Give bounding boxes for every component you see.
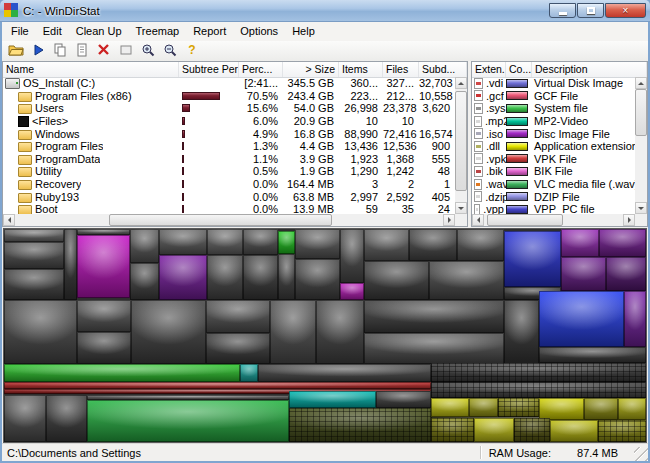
extension-row-sys[interactable]: .sysSystem file	[472, 102, 635, 115]
column-header-size[interactable]: > Size	[283, 62, 339, 77]
zoom-in-button[interactable]	[137, 42, 158, 60]
treemap-block[interactable]	[618, 398, 646, 420]
treemap-block[interactable]	[429, 261, 504, 300]
treemap-block[interactable]	[4, 269, 64, 300]
column-header-items[interactable]: Items	[339, 62, 383, 77]
treemap-block[interactable]	[243, 255, 278, 300]
treemap-block[interactable]	[243, 229, 278, 255]
directory-horizontal-scrollbar[interactable]	[3, 214, 455, 226]
treemap-block[interactable]	[514, 418, 550, 442]
scroll-down-arrow[interactable]	[455, 202, 467, 214]
scroll-left-arrow[interactable]	[3, 214, 15, 226]
extension-vertical-scrollbar[interactable]	[635, 77, 647, 214]
treemap-block[interactable]	[561, 229, 600, 257]
treemap-block[interactable]	[77, 235, 131, 298]
scroll-right-arrow[interactable]	[623, 214, 635, 226]
column-header-subd[interactable]: Subd...	[419, 62, 467, 77]
extension-row-vdi[interactable]: .vdiVirtual Disk Image	[472, 77, 635, 90]
treemap-block[interactable]	[4, 395, 46, 442]
extension-row-gcf[interactable]: .gcfGCF File	[472, 90, 635, 103]
treemap-block[interactable]	[561, 257, 606, 290]
column-header-subtree-perc[interactable]: Subtree Perc...	[179, 62, 239, 77]
column-header-description[interactable]: Description	[532, 62, 647, 77]
refresh-all-button[interactable]	[27, 42, 48, 60]
open-button[interactable]	[5, 42, 26, 60]
extension-row-vpk[interactable]: .vpkVPK File	[472, 153, 635, 166]
scroll-track[interactable]	[635, 89, 647, 202]
treemap-block[interactable]	[599, 229, 646, 257]
extension-row-dzip[interactable]: .dzipDZIP File	[472, 190, 635, 203]
column-header-co[interactable]: Co...	[506, 62, 532, 77]
menu-help[interactable]: Help	[285, 23, 322, 40]
treemap-block[interactable]	[77, 332, 132, 364]
treemap[interactable]	[3, 228, 647, 443]
menu-clean-up[interactable]: Clean Up	[69, 23, 129, 40]
tree-row-ruby193[interactable]: Ruby1930.0%63.8 MB2,9972,592405	[3, 190, 455, 203]
delete-button[interactable]	[93, 42, 114, 60]
scroll-left-arrow[interactable]	[472, 214, 484, 226]
treemap-block[interactable]	[295, 259, 341, 300]
extension-horizontal-scrollbar[interactable]	[472, 214, 635, 226]
treemap-block[interactable]	[289, 391, 376, 408]
treemap-block[interactable]	[539, 398, 585, 420]
treemap-block[interactable]	[77, 300, 132, 331]
tree-row-windows[interactable]: Windows4.9%16.8 GB88,99072,41616,574	[3, 127, 455, 140]
zoom-out-button[interactable]	[159, 42, 180, 60]
treemap-block[interactable]	[598, 420, 646, 442]
treemap-block[interactable]	[64, 229, 77, 300]
treemap-block[interactable]	[278, 231, 295, 254]
treemap-block[interactable]	[431, 382, 646, 398]
treemap-block[interactable]	[469, 398, 499, 417]
treemap-block[interactable]	[539, 291, 624, 348]
extension-row-mp2[interactable]: .mp2MP2-Video	[472, 115, 635, 128]
resize-grip[interactable]	[634, 447, 648, 461]
directory-vertical-scrollbar[interactable]	[455, 77, 467, 214]
treemap-block[interactable]	[295, 229, 341, 259]
treemap-block[interactable]	[431, 363, 646, 383]
scroll-down-arrow[interactable]	[635, 202, 647, 214]
treemap-block[interactable]	[457, 229, 505, 261]
treemap-block[interactable]	[539, 347, 646, 363]
column-header-perc[interactable]: Perc...	[239, 62, 283, 77]
treemap-block[interactable]	[258, 364, 431, 382]
treemap-block[interactable]	[207, 255, 244, 300]
extension-row-wav[interactable]: .wavVLC media file (.wav)	[472, 178, 635, 191]
treemap-block[interactable]	[340, 229, 363, 283]
paste-button[interactable]	[71, 42, 92, 60]
menu-report[interactable]: Report	[186, 23, 233, 40]
column-header-name[interactable]: Name	[3, 62, 179, 77]
tree-row-utility[interactable]: Utility0.5%1.9 GB1,2901,24248	[3, 165, 455, 178]
column-header-files[interactable]: Files	[383, 62, 419, 77]
app-icon[interactable]	[4, 3, 18, 19]
tree-row-files[interactable]: <Files>6.0%20.9 GB1010	[3, 115, 455, 128]
tree-row-programdata[interactable]: ProgramData1.1%3.9 GB1,9231,368555	[3, 153, 455, 166]
extension-row-dll[interactable]: .dllApplication extension	[472, 140, 635, 153]
treemap-block[interactable]	[364, 229, 410, 261]
treemap-block[interactable]	[376, 391, 431, 408]
help-button[interactable]: ?	[181, 42, 202, 60]
treemap-block[interactable]	[4, 382, 431, 390]
copy-button[interactable]	[49, 42, 70, 60]
treemap-block[interactable]	[4, 242, 64, 269]
treemap-block[interactable]	[131, 300, 205, 363]
treemap-block[interactable]	[206, 333, 271, 364]
extension-row-vpp-pc[interactable]: .vpp_pcVPP_PC file	[472, 203, 635, 214]
close-button[interactable]: ×	[605, 3, 646, 18]
treemap-block[interactable]	[498, 398, 538, 417]
treemap-block[interactable]	[340, 283, 363, 301]
treemap-block[interactable]	[409, 229, 457, 261]
extension-row-bik[interactable]: .bikBIK File	[472, 165, 635, 178]
treemap-block[interactable]	[504, 300, 539, 363]
treemap-block[interactable]	[504, 231, 560, 287]
treemap-block[interactable]	[550, 420, 598, 442]
tree-row-os-install-c[interactable]: OS_Install (C:)[2:41...345.5 GB360...327…	[3, 77, 455, 90]
scroll-thumb[interactable]	[109, 214, 332, 226]
tree-row-program-files[interactable]: Program Files1.3%4.4 GB13,43612,536900	[3, 140, 455, 153]
treemap-block[interactable]	[159, 229, 207, 255]
scroll-thumb[interactable]	[635, 89, 647, 136]
treemap-block[interactable]	[431, 398, 469, 417]
menu-treemap[interactable]: Treemap	[129, 23, 187, 40]
tree-row-program-files-x86[interactable]: Program Files (x86)70.5%243.4 GB223...21…	[3, 90, 455, 103]
scroll-up-arrow[interactable]	[455, 77, 467, 89]
treemap-block[interactable]	[474, 418, 514, 442]
